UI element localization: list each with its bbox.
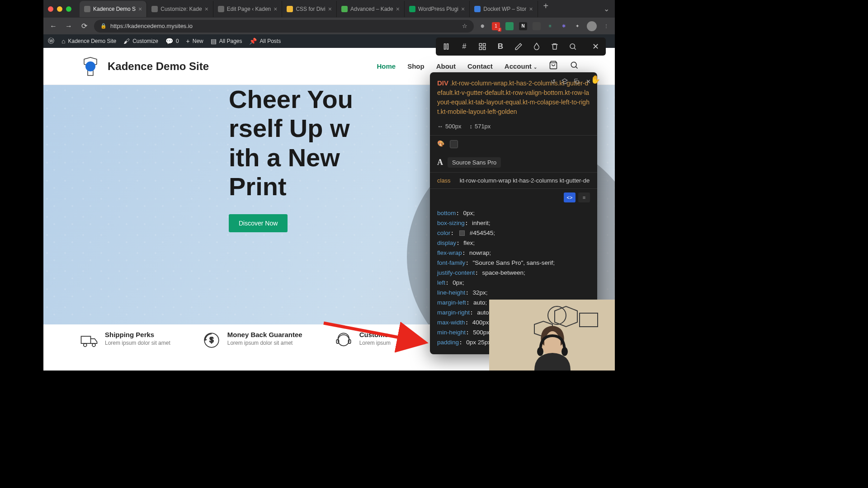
css-property-line[interactable]: flex-wrap: nowrap; xyxy=(437,248,590,258)
font-icon: A xyxy=(437,158,443,167)
class-attribute-label: class xyxy=(437,177,451,184)
svg-point-12 xyxy=(84,343,87,347)
css-property-line[interactable]: justify-content: space-between; xyxy=(437,267,590,277)
close-tab-icon[interactable]: × xyxy=(396,5,400,13)
browser-tab[interactable]: Docket WP – Stor× xyxy=(470,1,538,17)
favicon xyxy=(151,6,158,12)
nav-account[interactable]: Account ⌄ xyxy=(505,62,537,70)
feature-subtitle: Lorem ipsum dolor sit amet xyxy=(227,340,302,346)
hero-cta-button[interactable]: Discover Now xyxy=(229,214,288,232)
pause-icon[interactable] xyxy=(441,42,451,52)
extension-icon[interactable]: ⊕ xyxy=(478,22,486,30)
extension-icon[interactable] xyxy=(533,22,541,30)
code-view-button[interactable]: <> xyxy=(564,192,576,202)
search-icon[interactable] xyxy=(570,61,579,72)
wp-new-link[interactable]: +New xyxy=(186,38,203,45)
color-swatch[interactable] xyxy=(450,140,458,148)
copy-selector-icon[interactable] xyxy=(573,78,580,85)
svg-rect-11 xyxy=(81,336,91,343)
back-button[interactable]: ← xyxy=(48,22,59,30)
maximize-window-button[interactable] xyxy=(66,6,71,12)
pen-icon[interactable] xyxy=(514,42,524,52)
browser-tab[interactable]: Advanced – Kade× xyxy=(337,1,405,17)
wp-customize-link[interactable]: 🖌Customize xyxy=(123,38,158,45)
svg-point-27 xyxy=(537,347,543,356)
svg-rect-5 xyxy=(483,47,486,50)
close-tab-icon[interactable]: × xyxy=(138,5,142,13)
wp-site-link[interactable]: ⌂Kadence Demo Site xyxy=(61,38,116,45)
svg-point-6 xyxy=(570,44,575,49)
css-property-line[interactable]: box-sizing: inherit; xyxy=(437,218,590,228)
layout-grid-icon[interactable] xyxy=(477,42,487,52)
close-icon[interactable]: ✕ xyxy=(590,42,600,52)
close-window-button[interactable] xyxy=(48,6,53,12)
bold-icon[interactable]: B xyxy=(495,42,505,52)
palette-icon[interactable]: 🎨 xyxy=(437,140,445,148)
wp-logo[interactable]: ⓦ xyxy=(48,37,54,45)
feature-subtitle: Lorem ipsum xyxy=(359,340,391,346)
reload-button[interactable]: ⟳ xyxy=(79,22,90,30)
wp-comments-link[interactable]: 💬0 xyxy=(165,38,179,45)
extensions-menu-icon[interactable]: ✦ xyxy=(573,22,581,30)
copy-icon[interactable] xyxy=(561,78,568,85)
extension-icon[interactable]: 12 xyxy=(492,22,500,30)
hero-heading: Cheer Yourself Up with a New Print xyxy=(229,85,355,202)
browser-tab[interactable]: CSS for Divi× xyxy=(282,1,337,17)
cart-icon[interactable] xyxy=(549,61,558,72)
bookmark-star-icon[interactable]: ☆ xyxy=(462,23,467,29)
extension-icon[interactable] xyxy=(505,22,514,30)
url-input[interactable]: 🔒 https://kadencedemo.mysites.io ☆ xyxy=(94,20,474,33)
close-panel-icon[interactable]: ✕ xyxy=(585,78,592,85)
svg-rect-1 xyxy=(447,44,448,49)
nav-home[interactable]: Home xyxy=(377,62,396,70)
undo-icon[interactable]: ↺ xyxy=(549,78,557,85)
search-icon[interactable] xyxy=(568,42,578,52)
list-view-button[interactable]: ≡ xyxy=(578,192,590,202)
nav-shop[interactable]: Shop xyxy=(407,62,425,70)
extension-icon[interactable]: ≡ xyxy=(546,22,554,30)
close-tab-icon[interactable]: × xyxy=(205,5,208,13)
css-property-line[interactable]: font-family: "Source Sans Pro", sans-ser… xyxy=(437,258,590,267)
extension-icon[interactable]: N xyxy=(519,22,527,30)
css-property-line[interactable]: line-height: 32px; xyxy=(437,287,590,297)
favicon xyxy=(409,6,415,12)
width-value: 500px xyxy=(445,123,461,130)
close-tab-icon[interactable]: × xyxy=(328,5,332,13)
browser-tab[interactable]: WordPress Plugi× xyxy=(405,1,470,17)
css-property-line[interactable]: left: 0px; xyxy=(437,277,590,287)
trash-icon[interactable] xyxy=(550,42,560,52)
svg-rect-0 xyxy=(444,44,446,49)
wp-new-label: New xyxy=(193,38,203,44)
wp-all-pages-link[interactable]: ▤All Pages xyxy=(211,38,242,45)
browser-tab[interactable]: Edit Page ‹ Kaden× xyxy=(213,1,283,17)
wp-comments-count: 0 xyxy=(176,38,179,44)
nav-about[interactable]: About xyxy=(436,62,456,70)
feature-item: $ Money Back GuaranteeLorem ipsum dolor … xyxy=(202,331,302,350)
font-family-badge[interactable]: Source Sans Pro xyxy=(448,157,501,168)
forward-button[interactable]: → xyxy=(63,22,74,30)
minimize-window-button[interactable] xyxy=(57,6,62,12)
wp-all-posts-link[interactable]: 📌All Posts xyxy=(249,38,281,45)
class-attribute-value[interactable]: kt-row-column-wrap kt-has-2-columns kt-g… xyxy=(460,177,590,184)
browser-tab[interactable]: Customize: Kade× xyxy=(147,1,213,17)
site-logo[interactable]: Kadence Demo Site xyxy=(80,56,209,77)
extension-icon[interactable]: ✱ xyxy=(560,22,568,30)
css-property-line[interactable]: display: flex; xyxy=(437,238,590,248)
browser-menu-icon[interactable]: ⋮ xyxy=(602,22,610,30)
browser-tab[interactable]: Kadence Demo S× xyxy=(80,1,147,17)
droplet-icon[interactable] xyxy=(532,42,542,52)
close-tab-icon[interactable]: × xyxy=(274,5,277,13)
css-property-line[interactable]: bottom: 0px; xyxy=(437,208,590,218)
close-tab-icon[interactable]: × xyxy=(529,5,533,13)
width-icon: ↔ xyxy=(437,123,443,130)
tab-title: WordPress Plugi xyxy=(418,6,458,12)
css-property-line[interactable]: color: #454545; xyxy=(437,228,590,238)
grid-icon[interactable]: # xyxy=(459,42,469,52)
profile-avatar[interactable] xyxy=(587,21,597,31)
nav-contact[interactable]: Contact xyxy=(467,62,493,70)
svg-text:$: $ xyxy=(209,336,213,344)
new-tab-button[interactable]: + xyxy=(538,1,554,17)
svg-rect-4 xyxy=(479,47,481,50)
browser-menu-icon[interactable]: ⌄ xyxy=(598,5,615,13)
close-tab-icon[interactable]: × xyxy=(461,5,465,13)
